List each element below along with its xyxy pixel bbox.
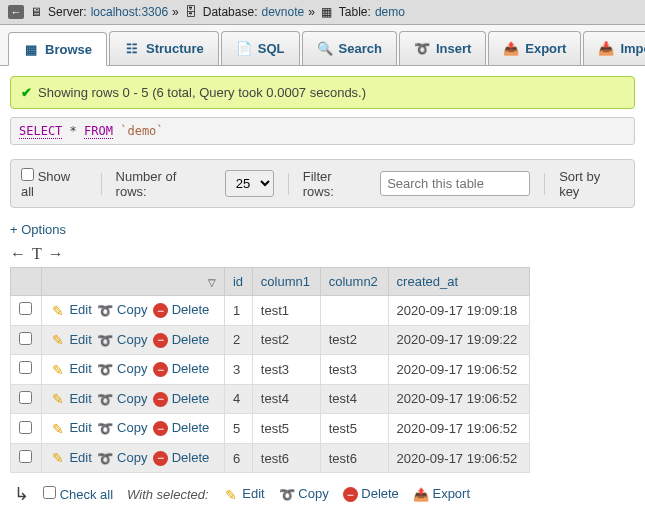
table-row: ✎ Edit ➰ Copy − Delete5test5test52020-09… — [11, 414, 530, 444]
copy-icon: ➰ — [97, 332, 113, 348]
structure-icon: ☷ — [124, 41, 140, 57]
cell-column1: test6 — [252, 443, 320, 473]
cell-id: 4 — [224, 384, 252, 414]
db-link[interactable]: devnote — [261, 5, 304, 19]
sql-star: * — [70, 124, 77, 138]
t-icon[interactable]: T — [32, 245, 42, 263]
row-checkbox[interactable] — [19, 421, 32, 434]
row-copy-button[interactable]: ➰ Copy — [97, 450, 147, 465]
column-header-column2[interactable]: column2 — [320, 268, 388, 296]
row-checkbox[interactable] — [19, 361, 32, 374]
server-link[interactable]: localhost:3306 — [91, 5, 168, 19]
table-label: Table: — [339, 5, 371, 19]
tab-insert[interactable]: ➰Insert — [399, 31, 486, 65]
actions-header: ▽ — [41, 268, 224, 296]
table-row: ✎ Edit ➰ Copy − Delete4test4test42020-09… — [11, 384, 530, 414]
cell-created-at: 2020-09-17 19:06:52 — [388, 384, 529, 414]
row-delete-button[interactable]: − Delete — [153, 450, 209, 465]
tab-import-label: Import — [620, 41, 645, 56]
pencil-icon: ✎ — [50, 450, 66, 466]
cell-column2: test3 — [320, 355, 388, 385]
row-delete-button[interactable]: − Delete — [153, 420, 209, 435]
row-delete-button[interactable]: − Delete — [153, 332, 209, 347]
tab-structure[interactable]: ☷Structure — [109, 31, 219, 65]
show-all-checkbox[interactable] — [21, 168, 34, 181]
separator — [101, 173, 102, 195]
check-all-checkbox[interactable] — [43, 486, 56, 499]
bulk-export-button[interactable]: 📤 Export — [413, 486, 470, 503]
cell-column1: test2 — [252, 325, 320, 355]
cell-created-at: 2020-09-17 19:06:52 — [388, 414, 529, 444]
cell-column1: test5 — [252, 414, 320, 444]
breadcrumb: ← 🖥 Server: localhost:3306 » 🗄 Database:… — [0, 0, 645, 25]
arrow-right-icon[interactable]: → — [48, 245, 64, 263]
row-edit-button[interactable]: ✎ Edit — [50, 361, 92, 376]
copy-icon: ➰ — [97, 450, 113, 466]
tab-browse[interactable]: ▦Browse — [8, 32, 107, 66]
row-checkbox[interactable] — [19, 332, 32, 345]
cell-column2: test5 — [320, 414, 388, 444]
cell-id: 3 — [224, 355, 252, 385]
delete-icon: − — [153, 333, 168, 348]
delete-icon: − — [153, 362, 168, 377]
server-label: Server: — [48, 5, 87, 19]
row-checkbox[interactable] — [19, 302, 32, 315]
column-header-created-at[interactable]: created_at — [388, 268, 529, 296]
database-icon: 🗄 — [183, 4, 199, 20]
row-delete-button[interactable]: − Delete — [153, 302, 209, 317]
row-delete-button[interactable]: − Delete — [153, 361, 209, 376]
copy-icon: ➰ — [97, 303, 113, 319]
sort-caret-icon[interactable]: ▽ — [208, 277, 216, 288]
separator — [288, 173, 289, 195]
tab-export[interactable]: 📤Export — [488, 31, 581, 65]
tab-search-label: Search — [339, 41, 382, 56]
filter-input[interactable] — [380, 171, 530, 196]
tab-sql[interactable]: 📄SQL — [221, 31, 300, 65]
row-copy-button[interactable]: ➰ Copy — [97, 420, 147, 435]
bulk-edit-button[interactable]: ✎ Edit — [223, 486, 265, 503]
num-rows-select[interactable]: 25 — [225, 170, 274, 197]
delete-icon: − — [343, 487, 358, 502]
row-edit-button[interactable]: ✎ Edit — [50, 391, 92, 406]
pencil-icon: ✎ — [50, 303, 66, 319]
separator — [544, 173, 545, 195]
row-copy-button[interactable]: ➰ Copy — [97, 361, 147, 376]
table-link[interactable]: demo — [375, 5, 405, 19]
results-table: ▽ id column1 column2 created_at ✎ Edit ➰… — [10, 267, 530, 473]
row-edit-button[interactable]: ✎ Edit — [50, 332, 92, 347]
back-arrow-icon[interactable]: ← — [8, 5, 24, 19]
cell-created-at: 2020-09-17 19:09:18 — [388, 296, 529, 326]
insert-icon: ➰ — [414, 41, 430, 57]
success-message: ✔ Showing rows 0 - 5 (6 total, Query too… — [10, 76, 635, 109]
row-checkbox[interactable] — [19, 391, 32, 404]
row-edit-button[interactable]: ✎ Edit — [50, 450, 92, 465]
row-edit-button[interactable]: ✎ Edit — [50, 302, 92, 317]
column-header-column1[interactable]: column1 — [252, 268, 320, 296]
cell-column2: test6 — [320, 443, 388, 473]
row-edit-button[interactable]: ✎ Edit — [50, 420, 92, 435]
tab-import[interactable]: 📥Import — [583, 31, 645, 65]
delete-icon: − — [153, 303, 168, 318]
arrow-left-icon[interactable]: ← — [10, 245, 26, 263]
show-all-option[interactable]: Show all — [21, 168, 87, 199]
row-checkbox[interactable] — [19, 450, 32, 463]
check-all-label[interactable]: Check all — [60, 487, 113, 502]
copy-icon: ➰ — [279, 487, 295, 503]
cell-created-at: 2020-09-17 19:06:52 — [388, 443, 529, 473]
options-toggle[interactable]: + Options — [10, 222, 66, 237]
row-copy-button[interactable]: ➰ Copy — [97, 391, 147, 406]
table-row: ✎ Edit ➰ Copy − Delete1test12020-09-17 1… — [11, 296, 530, 326]
breadcrumb-sep: » — [172, 5, 179, 19]
tab-search[interactable]: 🔍Search — [302, 31, 397, 65]
row-delete-button[interactable]: − Delete — [153, 391, 209, 406]
bulk-copy-button[interactable]: ➰ Copy — [279, 486, 329, 503]
column-header-id[interactable]: id — [224, 268, 252, 296]
check-all-option[interactable]: Check all — [43, 486, 113, 502]
row-copy-button[interactable]: ➰ Copy — [97, 302, 147, 317]
tab-sql-label: SQL — [258, 41, 285, 56]
row-copy-button[interactable]: ➰ Copy — [97, 332, 147, 347]
bulk-delete-button[interactable]: − Delete — [343, 486, 399, 502]
tab-structure-label: Structure — [146, 41, 204, 56]
cell-created-at: 2020-09-17 19:09:22 — [388, 325, 529, 355]
pencil-icon: ✎ — [50, 421, 66, 437]
